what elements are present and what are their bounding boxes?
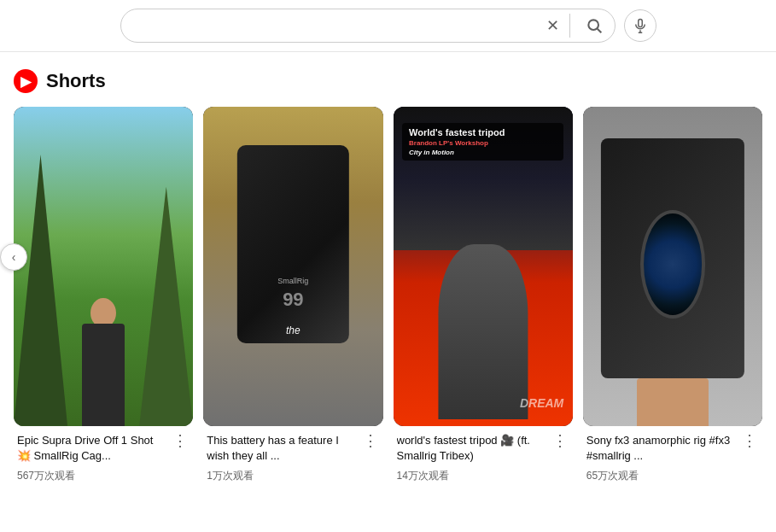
event-sub2-text: City in Motion xyxy=(409,149,557,156)
battery-number: 99 xyxy=(283,289,303,311)
event-title-text: World's fastest tripod xyxy=(409,127,557,137)
video-info-3: world's fastest tripod 🎥 (ft. Smallrig T… xyxy=(394,426,573,467)
video-info-1: Epic Supra Drive Off 1 Shot 💥 SmallRig C… xyxy=(14,426,193,467)
mic-button[interactable] xyxy=(624,9,656,42)
search-divider xyxy=(569,14,570,38)
forest-background xyxy=(14,107,193,426)
shorts-header: ▶ Shorts xyxy=(14,69,762,93)
mic-icon xyxy=(633,18,648,33)
shorts-logo: ▶ xyxy=(14,69,38,93)
battery-overlay-text: the xyxy=(203,324,382,336)
video-info-2: This battery has a feature I wish they a… xyxy=(203,426,382,467)
event-sub-text: Brandon LP's Workshop xyxy=(409,139,557,147)
svg-point-0 xyxy=(588,20,598,30)
tree-left xyxy=(14,155,67,426)
event-text-box: World's fastest tripod Brandon LP's Work… xyxy=(402,123,563,161)
header: SmallRig ✕ xyxy=(0,0,776,52)
search-container: SmallRig ✕ xyxy=(120,9,616,43)
thumbnail-1 xyxy=(14,107,193,426)
battery-background: SmallRig 99 the xyxy=(203,107,382,426)
thumbnail-3: World's fastest tripod Brandon LP's Work… xyxy=(394,107,573,426)
video-title-4: Sony fx3 anamorphic rig #fx3 #smallrig .… xyxy=(586,433,737,464)
video-more-3[interactable]: ⋮ xyxy=(551,433,569,448)
video-title-1: Epic Supra Drive Off 1 Shot 💥 SmallRig C… xyxy=(17,433,167,464)
battery-brand-label: SmallRig xyxy=(277,277,308,285)
search-icon xyxy=(586,17,603,34)
event-person xyxy=(438,244,528,420)
video-card-4[interactable]: Sony fx3 anamorphic rig #fx3 #smallrig .… xyxy=(583,107,762,483)
dream-text: DREAM xyxy=(520,396,563,410)
search-button[interactable] xyxy=(574,10,615,41)
video-title-2: This battery has a feature I wish they a… xyxy=(207,433,357,464)
camera-background xyxy=(583,107,762,426)
svg-line-1 xyxy=(597,29,601,33)
video-card-2[interactable]: SmallRig 99 the This battery has a featu… xyxy=(203,107,382,483)
video-views-2: 1万次观看 xyxy=(203,469,382,483)
video-views-1: 567万次观看 xyxy=(14,469,193,483)
battery-box: SmallRig 99 xyxy=(237,145,348,343)
video-more-1[interactable]: ⋮ xyxy=(171,433,190,448)
video-card-3[interactable]: World's fastest tripod Brandon LP's Work… xyxy=(394,107,573,483)
camera-lens xyxy=(640,210,705,318)
person-body xyxy=(82,324,125,426)
thumbnail-4 xyxy=(583,107,762,426)
video-info-4: Sony fx3 anamorphic rig #fx3 #smallrig .… xyxy=(583,426,762,467)
shorts-title: Shorts xyxy=(46,70,106,92)
hand xyxy=(637,378,709,426)
videos-grid: ‹ Epic Supra Drive Off 1 Shot 💥 SmallRig… xyxy=(14,107,762,483)
video-card-1[interactable]: Epic Supra Drive Off 1 Shot 💥 SmallRig C… xyxy=(14,107,193,483)
video-views-4: 65万次观看 xyxy=(583,469,762,483)
tree-right xyxy=(139,186,193,425)
event-background: World's fastest tripod Brandon LP's Work… xyxy=(394,107,573,426)
video-title-3: world's fastest tripod 🎥 (ft. Smallrig T… xyxy=(397,433,547,464)
clear-button[interactable]: ✕ xyxy=(540,9,566,42)
camera-rig xyxy=(601,138,744,377)
shorts-section: ▶ Shorts ‹ Epic Supra Drive Off 1 Shot 💥… xyxy=(0,52,776,492)
prev-button[interactable]: ‹ xyxy=(0,243,27,271)
search-input[interactable]: SmallRig xyxy=(121,12,540,40)
video-more-2[interactable]: ⋮ xyxy=(361,433,380,448)
video-views-3: 14万次观看 xyxy=(394,469,573,483)
svg-text:▶: ▶ xyxy=(20,74,32,89)
svg-rect-2 xyxy=(638,20,642,27)
thumbnail-2: SmallRig 99 the xyxy=(203,107,382,426)
video-more-4[interactable]: ⋮ xyxy=(740,433,759,448)
